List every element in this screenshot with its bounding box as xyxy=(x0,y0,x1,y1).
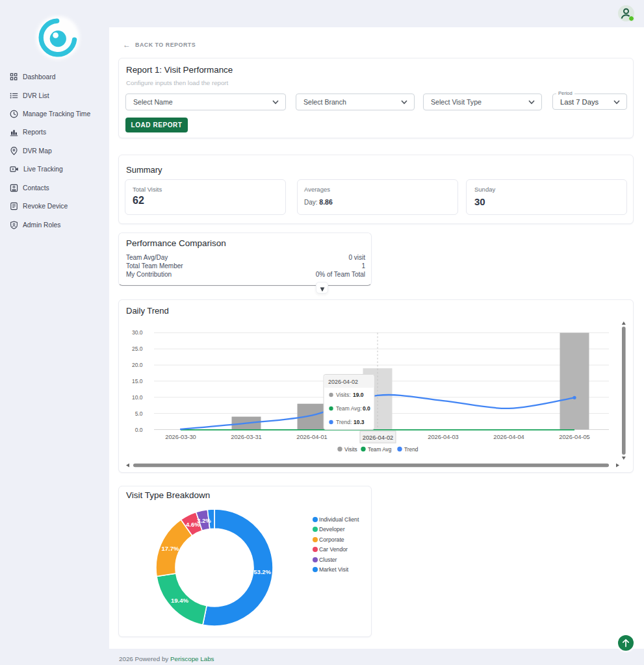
svg-text:10.3: 10.3 xyxy=(354,419,365,425)
svg-text:2026-04-01: 2026-04-01 xyxy=(296,434,328,440)
svg-text:5.0: 5.0 xyxy=(135,410,143,417)
svg-text:15.0: 15.0 xyxy=(132,378,143,384)
svg-text:19.4%: 19.4% xyxy=(171,597,188,604)
svg-text:20.0: 20.0 xyxy=(132,362,143,368)
svg-text:30.0: 30.0 xyxy=(132,329,143,336)
svg-text:2026-04-03: 2026-04-03 xyxy=(428,434,459,440)
svg-text:3.2%: 3.2% xyxy=(197,517,211,524)
svg-text:2026-04-02: 2026-04-02 xyxy=(328,379,358,385)
svg-text:Visits:: Visits: xyxy=(336,392,351,398)
svg-text:Team Avg:: Team Avg: xyxy=(336,405,362,412)
svg-text:2026-04-05: 2026-04-05 xyxy=(559,434,590,440)
svg-text:Visits: Visits xyxy=(344,446,357,453)
svg-text:0.0: 0.0 xyxy=(363,405,370,412)
svg-text:Team Avg: Team Avg xyxy=(368,446,392,453)
svg-text:25.0: 25.0 xyxy=(132,345,143,352)
svg-text:2026-04-04: 2026-04-04 xyxy=(493,434,524,440)
svg-text:19.0: 19.0 xyxy=(353,392,364,398)
svg-text:0.0: 0.0 xyxy=(135,427,143,433)
svg-text:17.7%: 17.7% xyxy=(162,545,179,552)
svg-text:Trend:: Trend: xyxy=(336,419,352,425)
svg-text:53.2%: 53.2% xyxy=(253,568,271,575)
svg-text:Trend: Trend xyxy=(404,446,419,453)
svg-text:2026-04-02: 2026-04-02 xyxy=(363,434,394,441)
svg-text:2026-03-30: 2026-03-30 xyxy=(165,434,196,440)
svg-text:2026-03-31: 2026-03-31 xyxy=(231,434,262,440)
svg-text:10.0: 10.0 xyxy=(132,394,143,401)
